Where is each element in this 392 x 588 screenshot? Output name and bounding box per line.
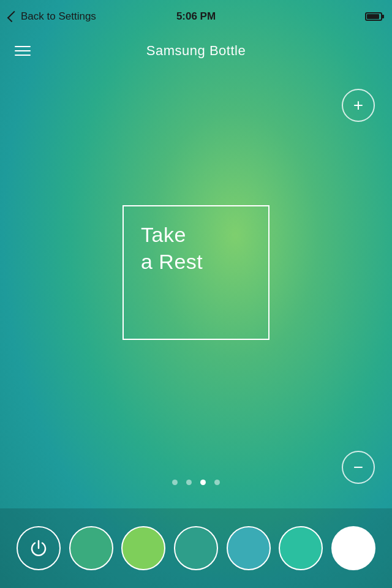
dot-4[interactable] — [214, 480, 220, 485]
power-button[interactable] — [17, 526, 61, 570]
add-button[interactable]: + — [342, 89, 375, 122]
card-text: Take a Rest — [141, 221, 203, 275]
battery-icon — [365, 12, 382, 21]
card-line1: Take — [141, 223, 186, 246]
color-circle-5[interactable] — [279, 526, 323, 570]
color-circle-white[interactable] — [331, 526, 375, 570]
status-time: 5:06 PM — [176, 10, 216, 23]
main-screen: Back to Settings 5:06 PM Samsung Bottle … — [0, 0, 392, 588]
power-icon — [29, 538, 48, 558]
card-line2: a Rest — [141, 250, 203, 273]
hamburger-line-1 — [15, 46, 31, 47]
page-dots — [172, 480, 220, 485]
color-circle-2[interactable] — [121, 526, 165, 570]
back-label: Back to Settings — [21, 10, 96, 23]
color-circle-4[interactable] — [227, 526, 271, 570]
chevron-left-icon — [7, 10, 18, 21]
battery-fill — [367, 14, 379, 19]
page-title: Samsung Bottle — [146, 43, 246, 59]
bottom-bar — [0, 508, 392, 588]
dot-2[interactable] — [186, 480, 192, 485]
dot-1[interactable] — [172, 480, 178, 485]
hamburger-button[interactable] — [15, 46, 31, 56]
minus-button[interactable]: − — [342, 451, 375, 484]
color-circle-1[interactable] — [69, 526, 113, 570]
dot-3[interactable] — [200, 480, 206, 485]
back-button[interactable]: Back to Settings — [10, 10, 96, 23]
header: Samsung Bottle — [0, 32, 392, 69]
status-bar: Back to Settings 5:06 PM — [0, 0, 392, 32]
hamburger-line-2 — [15, 50, 31, 51]
color-circle-3[interactable] — [174, 526, 218, 570]
battery-indicator — [365, 12, 382, 21]
hamburger-line-3 — [15, 55, 31, 56]
rest-card: Take a Rest — [123, 205, 270, 340]
